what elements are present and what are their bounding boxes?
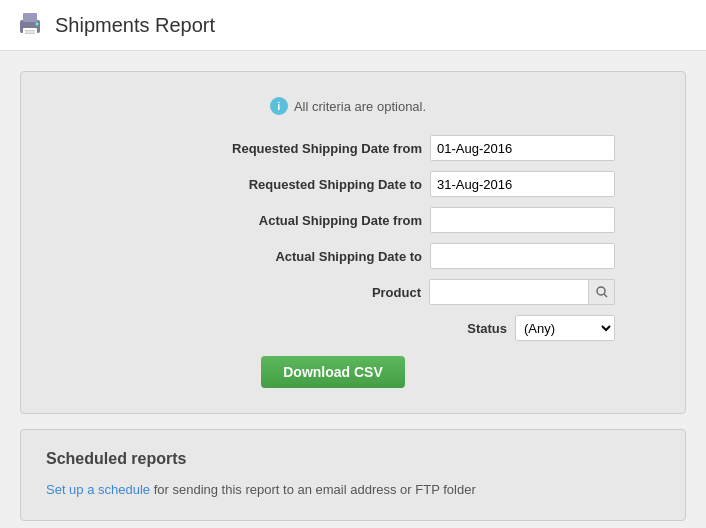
product-input-wrap [429,279,615,305]
svg-line-7 [604,294,607,297]
act-ship-to-row: Actual Shipping Date to [51,243,655,269]
main-content: i All criteria are optional. Requested S… [0,51,706,528]
status-row: Status (Any) Active Inactive [51,315,655,341]
form-panel: i All criteria are optional. Requested S… [20,71,686,414]
svg-rect-2 [23,28,37,36]
product-label: Product [201,285,421,300]
svg-rect-3 [25,30,35,32]
act-ship-from-row: Actual Shipping Date from [51,207,655,233]
info-text: All criteria are optional. [294,99,426,114]
setup-schedule-link[interactable]: Set up a schedule [46,482,150,497]
product-input[interactable] [429,279,589,305]
product-search-button[interactable] [589,279,615,305]
printer-icon [15,10,45,40]
req-ship-to-label: Requested Shipping Date to [202,177,422,192]
product-row: Product [51,279,655,305]
scheduled-desc-text: for sending this report to an email addr… [150,482,476,497]
status-label: Status [287,321,507,336]
info-icon: i [270,97,288,115]
req-ship-from-label: Requested Shipping Date from [202,141,422,156]
svg-point-5 [36,23,39,26]
page-title: Shipments Report [55,14,215,37]
req-ship-to-input[interactable] [430,171,615,197]
status-select[interactable]: (Any) Active Inactive [515,315,615,341]
req-ship-from-row: Requested Shipping Date from [51,135,655,161]
req-ship-from-input[interactable] [430,135,615,161]
download-row: Download CSV [51,356,655,388]
scheduled-title: Scheduled reports [46,450,660,468]
search-icon [596,286,608,298]
act-ship-to-label: Actual Shipping Date to [202,249,422,264]
info-banner: i All criteria are optional. [51,97,655,115]
req-ship-to-row: Requested Shipping Date to [51,171,655,197]
download-csv-button[interactable]: Download CSV [261,356,405,388]
svg-rect-1 [23,13,37,22]
scheduled-desc: Set up a schedule for sending this repor… [46,480,660,500]
act-ship-to-input[interactable] [430,243,615,269]
svg-rect-4 [25,33,35,35]
page-header: Shipments Report [0,0,706,51]
scheduled-panel: Scheduled reports Set up a schedule for … [20,429,686,521]
act-ship-from-input[interactable] [430,207,615,233]
act-ship-from-label: Actual Shipping Date from [202,213,422,228]
svg-point-6 [597,287,605,295]
